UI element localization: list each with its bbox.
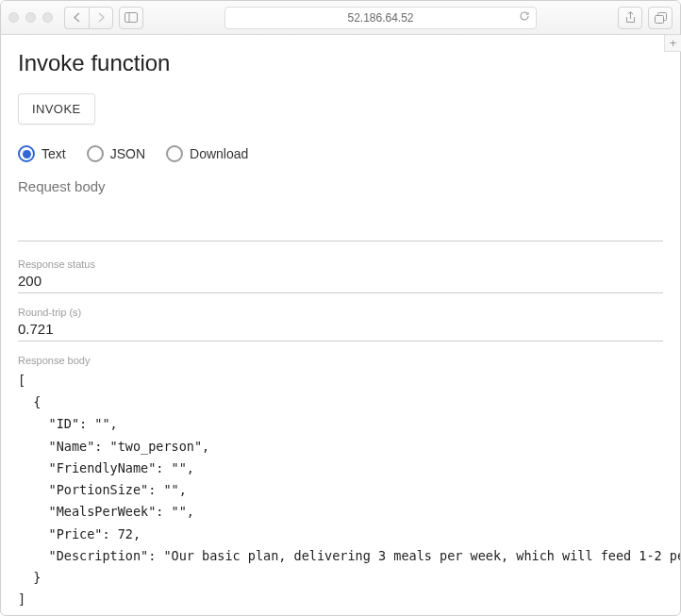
request-body-input[interactable] bbox=[18, 175, 663, 241]
response-body-label: Response body bbox=[18, 355, 663, 366]
radio-icon bbox=[18, 145, 35, 162]
browser-toolbar: 52.186.64.52 bbox=[1, 1, 680, 35]
address-text: 52.186.64.52 bbox=[347, 11, 413, 25]
svg-rect-3 bbox=[655, 15, 663, 23]
address-bar[interactable]: 52.186.64.52 bbox=[224, 7, 537, 29]
radio-icon bbox=[166, 145, 183, 162]
page-title: Invoke function bbox=[18, 50, 663, 76]
round-trip-label: Round-trip (s) bbox=[18, 307, 663, 318]
response-status-field: Response status 200 bbox=[18, 258, 663, 293]
back-button[interactable] bbox=[64, 7, 89, 29]
tabs-button[interactable] bbox=[648, 7, 673, 29]
round-trip-value: 0.721 bbox=[18, 321, 663, 337]
window-controls bbox=[8, 12, 53, 23]
nav-button-group bbox=[64, 7, 113, 29]
radio-label: Download bbox=[190, 146, 248, 161]
response-status-value: 200 bbox=[18, 273, 663, 289]
radio-json[interactable]: JSON bbox=[87, 145, 145, 162]
radio-text[interactable]: Text bbox=[18, 145, 66, 162]
refresh-icon[interactable] bbox=[519, 10, 530, 25]
response-body-field: Response body [ { "ID": "", "Name": "two… bbox=[18, 355, 663, 614]
radio-icon bbox=[87, 145, 104, 162]
round-trip-field: Round-trip (s) 0.721 bbox=[18, 307, 663, 341]
output-format-radios: Text JSON Download bbox=[18, 145, 663, 162]
svg-rect-0 bbox=[125, 13, 138, 23]
close-window-icon[interactable] bbox=[8, 12, 19, 23]
maximize-window-icon[interactable] bbox=[42, 12, 53, 23]
forward-button[interactable] bbox=[89, 7, 113, 29]
share-button[interactable] bbox=[618, 7, 642, 29]
sidebar-toggle-button[interactable] bbox=[119, 7, 143, 29]
response-body-value: [ { "ID": "", "Name": "two_person", "Fri… bbox=[18, 370, 663, 610]
invoke-button[interactable]: INVOKE bbox=[18, 93, 95, 125]
radio-download[interactable]: Download bbox=[166, 145, 248, 162]
radio-label: JSON bbox=[110, 146, 145, 161]
minimize-window-icon[interactable] bbox=[25, 12, 36, 23]
page-content: Invoke function INVOKE Text JSON Downloa… bbox=[1, 35, 680, 615]
response-status-label: Response status bbox=[18, 258, 663, 270]
radio-label: Text bbox=[42, 146, 66, 161]
